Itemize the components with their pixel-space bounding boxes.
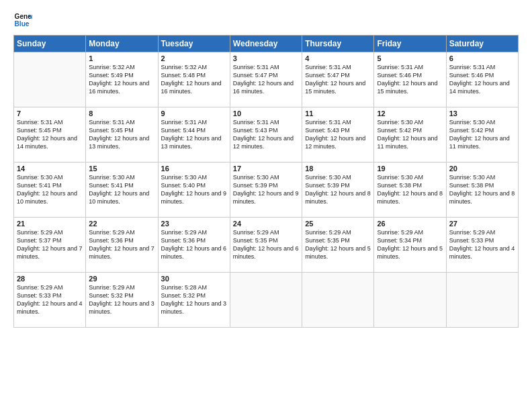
calendar-cell [446, 273, 518, 328]
cell-content: Sunrise: 5:31 AMSunset: 5:43 PMDaylight:… [305, 118, 371, 151]
cell-content: Sunrise: 5:30 AMSunset: 5:41 PMDaylight:… [17, 173, 83, 206]
day-number: 8 [89, 109, 154, 118]
day-number: 21 [17, 220, 83, 228]
day-number: 15 [89, 165, 154, 173]
cell-content: Sunrise: 5:29 AMSunset: 5:33 PMDaylight:… [449, 228, 515, 261]
calendar-cell [302, 273, 374, 328]
day-number: 1 [89, 54, 154, 62]
day-number: 20 [449, 165, 515, 173]
cell-content: Sunrise: 5:32 AMSunset: 5:49 PMDaylight:… [89, 63, 154, 96]
calendar-cell: 14 Sunrise: 5:30 AMSunset: 5:41 PMDaylig… [14, 163, 86, 218]
day-header-saturday: Saturday [446, 36, 518, 52]
calendar-cell: 28 Sunrise: 5:29 AMSunset: 5:33 PMDaylig… [14, 273, 86, 328]
day-header-tuesday: Tuesday [158, 36, 230, 52]
page: General Blue SundayMondayTuesdayWednesda… [0, 0, 532, 411]
day-number: 29 [89, 275, 154, 283]
day-number: 26 [377, 220, 443, 228]
cell-content: Sunrise: 5:31 AMSunset: 5:45 PMDaylight:… [17, 118, 83, 151]
cell-content: Sunrise: 5:29 AMSunset: 5:37 PMDaylight:… [17, 228, 83, 261]
cell-content: Sunrise: 5:31 AMSunset: 5:43 PMDaylight:… [233, 118, 299, 151]
day-number: 14 [17, 165, 83, 173]
calendar-cell: 30 Sunrise: 5:28 AMSunset: 5:32 PMDaylig… [158, 273, 230, 328]
cell-content: Sunrise: 5:31 AMSunset: 5:46 PMDaylight:… [449, 63, 515, 96]
calendar-cell: 27 Sunrise: 5:29 AMSunset: 5:33 PMDaylig… [446, 218, 518, 273]
day-number: 2 [161, 54, 227, 62]
day-number: 28 [17, 275, 83, 283]
cell-content: Sunrise: 5:29 AMSunset: 5:32 PMDaylight:… [89, 283, 154, 316]
day-number: 27 [449, 220, 515, 228]
day-number: 22 [89, 220, 154, 228]
cell-content: Sunrise: 5:31 AMSunset: 5:45 PMDaylight:… [89, 118, 154, 151]
day-header-monday: Monday [86, 36, 158, 52]
calendar-cell: 23 Sunrise: 5:29 AMSunset: 5:36 PMDaylig… [158, 218, 230, 273]
calendar-cell: 22 Sunrise: 5:29 AMSunset: 5:36 PMDaylig… [86, 218, 158, 273]
cell-content: Sunrise: 5:30 AMSunset: 5:39 PMDaylight:… [305, 173, 371, 206]
calendar-cell: 25 Sunrise: 5:29 AMSunset: 5:35 PMDaylig… [302, 218, 374, 273]
cell-content: Sunrise: 5:31 AMSunset: 5:47 PMDaylight:… [305, 63, 371, 96]
calendar-cell: 21 Sunrise: 5:29 AMSunset: 5:37 PMDaylig… [14, 218, 86, 273]
day-number: 13 [449, 109, 515, 118]
calendar-cell: 19 Sunrise: 5:30 AMSunset: 5:38 PMDaylig… [374, 163, 446, 218]
day-number: 9 [161, 109, 227, 118]
calendar-cell: 3 Sunrise: 5:31 AMSunset: 5:47 PMDayligh… [230, 52, 302, 107]
calendar-cell [14, 52, 86, 107]
cell-content: Sunrise: 5:28 AMSunset: 5:32 PMDaylight:… [161, 283, 227, 316]
calendar-table: SundayMondayTuesdayWednesdayThursdayFrid… [13, 35, 519, 328]
day-number: 18 [305, 165, 371, 173]
calendar-cell: 1 Sunrise: 5:32 AMSunset: 5:49 PMDayligh… [86, 52, 158, 107]
day-header-thursday: Thursday [302, 36, 374, 52]
day-number: 7 [17, 109, 83, 118]
calendar-cell: 2 Sunrise: 5:32 AMSunset: 5:48 PMDayligh… [158, 52, 230, 107]
day-number: 16 [161, 165, 227, 173]
cell-content: Sunrise: 5:29 AMSunset: 5:33 PMDaylight:… [17, 283, 83, 316]
cell-content: Sunrise: 5:30 AMSunset: 5:42 PMDaylight:… [449, 118, 515, 151]
day-number: 25 [305, 220, 371, 228]
calendar-cell: 6 Sunrise: 5:31 AMSunset: 5:46 PMDayligh… [446, 52, 518, 107]
day-number: 11 [305, 109, 371, 118]
day-number: 6 [449, 54, 515, 62]
calendar-cell: 17 Sunrise: 5:30 AMSunset: 5:39 PMDaylig… [230, 163, 302, 218]
calendar-cell: 15 Sunrise: 5:30 AMSunset: 5:41 PMDaylig… [86, 163, 158, 218]
week-row-1: 7 Sunrise: 5:31 AMSunset: 5:45 PMDayligh… [14, 107, 519, 163]
header: General Blue [13, 11, 519, 30]
cell-content: Sunrise: 5:30 AMSunset: 5:40 PMDaylight:… [161, 173, 227, 206]
calendar-cell [374, 273, 446, 328]
calendar-cell: 12 Sunrise: 5:30 AMSunset: 5:42 PMDaylig… [374, 107, 446, 163]
calendar-cell: 7 Sunrise: 5:31 AMSunset: 5:45 PMDayligh… [14, 107, 86, 163]
logo: General Blue [13, 11, 35, 30]
calendar-cell: 8 Sunrise: 5:31 AMSunset: 5:45 PMDayligh… [86, 107, 158, 163]
calendar-cell: 24 Sunrise: 5:29 AMSunset: 5:35 PMDaylig… [230, 218, 302, 273]
week-row-3: 21 Sunrise: 5:29 AMSunset: 5:37 PMDaylig… [14, 218, 519, 273]
header-row: SundayMondayTuesdayWednesdayThursdayFrid… [14, 36, 519, 52]
svg-text:Blue: Blue [15, 20, 30, 28]
cell-content: Sunrise: 5:31 AMSunset: 5:47 PMDaylight:… [233, 63, 299, 96]
week-row-0: 1 Sunrise: 5:32 AMSunset: 5:49 PMDayligh… [14, 52, 519, 107]
calendar-cell: 16 Sunrise: 5:30 AMSunset: 5:40 PMDaylig… [158, 163, 230, 218]
logo-icon: General Blue [13, 11, 32, 30]
week-row-2: 14 Sunrise: 5:30 AMSunset: 5:41 PMDaylig… [14, 163, 519, 218]
cell-content: Sunrise: 5:29 AMSunset: 5:35 PMDaylight:… [305, 228, 371, 261]
calendar-cell: 4 Sunrise: 5:31 AMSunset: 5:47 PMDayligh… [302, 52, 374, 107]
cell-content: Sunrise: 5:30 AMSunset: 5:38 PMDaylight:… [449, 173, 515, 206]
day-number: 19 [377, 165, 443, 173]
cell-content: Sunrise: 5:32 AMSunset: 5:48 PMDaylight:… [161, 63, 227, 96]
calendar-cell: 18 Sunrise: 5:30 AMSunset: 5:39 PMDaylig… [302, 163, 374, 218]
cell-content: Sunrise: 5:29 AMSunset: 5:35 PMDaylight:… [233, 228, 299, 261]
calendar-cell: 5 Sunrise: 5:31 AMSunset: 5:46 PMDayligh… [374, 52, 446, 107]
day-number: 24 [233, 220, 299, 228]
calendar-cell: 11 Sunrise: 5:31 AMSunset: 5:43 PMDaylig… [302, 107, 374, 163]
day-number: 3 [233, 54, 299, 62]
calendar-cell [230, 273, 302, 328]
calendar-cell: 20 Sunrise: 5:30 AMSunset: 5:38 PMDaylig… [446, 163, 518, 218]
day-number: 4 [305, 54, 371, 62]
cell-content: Sunrise: 5:29 AMSunset: 5:36 PMDaylight:… [89, 228, 154, 261]
cell-content: Sunrise: 5:30 AMSunset: 5:38 PMDaylight:… [377, 173, 443, 206]
day-number: 17 [233, 165, 299, 173]
day-header-sunday: Sunday [14, 36, 86, 52]
calendar-cell: 10 Sunrise: 5:31 AMSunset: 5:43 PMDaylig… [230, 107, 302, 163]
cell-content: Sunrise: 5:29 AMSunset: 5:34 PMDaylight:… [377, 228, 443, 261]
cell-content: Sunrise: 5:30 AMSunset: 5:41 PMDaylight:… [89, 173, 154, 206]
day-header-wednesday: Wednesday [230, 36, 302, 52]
day-number: 30 [161, 275, 227, 283]
calendar-cell: 26 Sunrise: 5:29 AMSunset: 5:34 PMDaylig… [374, 218, 446, 273]
